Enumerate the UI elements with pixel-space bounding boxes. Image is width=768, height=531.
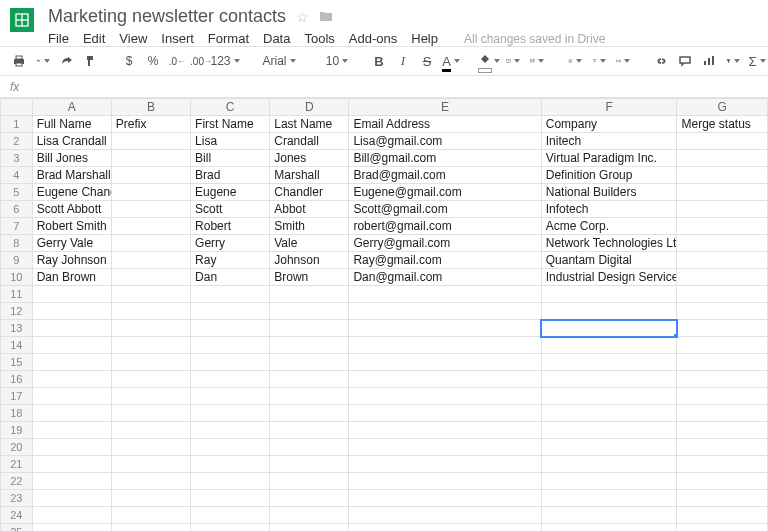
cell-D2[interactable]: Crandall — [270, 133, 349, 150]
cell-B17[interactable] — [111, 388, 190, 405]
cell-E12[interactable] — [349, 303, 541, 320]
row-header[interactable]: 17 — [1, 388, 33, 405]
cell-D10[interactable]: Brown — [270, 269, 349, 286]
text-color-button[interactable]: A — [442, 51, 460, 71]
decrease-decimal-button[interactable]: .0← — [168, 51, 186, 71]
cell-A6[interactable]: Scott Abbott — [32, 201, 111, 218]
cell-F16[interactable] — [541, 371, 677, 388]
cell-A3[interactable]: Bill Jones — [32, 150, 111, 167]
menu-view[interactable]: View — [119, 31, 147, 46]
cell-C2[interactable]: Lisa — [191, 133, 270, 150]
cell-A22[interactable] — [32, 473, 111, 490]
cell-F13[interactable] — [541, 320, 677, 337]
cell-F9[interactable]: Quantam Digital — [541, 252, 677, 269]
cell-A15[interactable] — [32, 354, 111, 371]
cell-E2[interactable]: Lisa@gmail.com — [349, 133, 541, 150]
cell-F15[interactable] — [541, 354, 677, 371]
cell-C4[interactable]: Brad — [191, 167, 270, 184]
cell-G24[interactable] — [677, 507, 768, 524]
row-header[interactable]: 13 — [1, 320, 33, 337]
redo-icon[interactable] — [58, 51, 76, 71]
cell-C20[interactable] — [191, 439, 270, 456]
row-header[interactable]: 25 — [1, 524, 33, 532]
formula-bar[interactable]: fx — [0, 76, 768, 98]
cell-C14[interactable] — [191, 337, 270, 354]
cell-B5[interactable] — [111, 184, 190, 201]
cell-C22[interactable] — [191, 473, 270, 490]
cell-B25[interactable] — [111, 524, 190, 532]
cell-B23[interactable] — [111, 490, 190, 507]
cell-D5[interactable]: Chandler — [270, 184, 349, 201]
cell-B10[interactable] — [111, 269, 190, 286]
cell-F2[interactable]: Initech — [541, 133, 677, 150]
cell-G7[interactable] — [677, 218, 768, 235]
cell-G9[interactable] — [677, 252, 768, 269]
cell-C25[interactable] — [191, 524, 270, 532]
cell-G20[interactable] — [677, 439, 768, 456]
cell-G13[interactable] — [677, 320, 768, 337]
link-icon[interactable] — [652, 51, 670, 71]
increase-decimal-button[interactable]: .00→ — [192, 51, 210, 71]
wrap-button[interactable] — [614, 51, 632, 71]
cell-A16[interactable] — [32, 371, 111, 388]
row-header[interactable]: 21 — [1, 456, 33, 473]
cell-G1[interactable]: Merge status — [677, 116, 768, 133]
cell-G23[interactable] — [677, 490, 768, 507]
currency-button[interactable]: $ — [120, 51, 138, 71]
cell-E21[interactable] — [349, 456, 541, 473]
strike-button[interactable]: S — [418, 51, 436, 71]
font-select[interactable]: Arial — [254, 51, 304, 71]
cell-C11[interactable] — [191, 286, 270, 303]
cell-C6[interactable]: Scott — [191, 201, 270, 218]
col-header-B[interactable]: B — [111, 99, 190, 116]
cell-F22[interactable] — [541, 473, 677, 490]
menu-edit[interactable]: Edit — [83, 31, 105, 46]
cell-F10[interactable]: Industrial Design Services — [541, 269, 677, 286]
cell-D16[interactable] — [270, 371, 349, 388]
cell-E22[interactable] — [349, 473, 541, 490]
cell-G8[interactable] — [677, 235, 768, 252]
cell-D25[interactable] — [270, 524, 349, 532]
cell-G14[interactable] — [677, 337, 768, 354]
cell-A4[interactable]: Brad Marshall — [32, 167, 111, 184]
cell-D1[interactable]: Last Name — [270, 116, 349, 133]
cell-A10[interactable]: Dan Brown — [32, 269, 111, 286]
cell-A12[interactable] — [32, 303, 111, 320]
cell-F12[interactable] — [541, 303, 677, 320]
cell-A5[interactable]: Eugene Chandler — [32, 184, 111, 201]
cell-C24[interactable] — [191, 507, 270, 524]
menu-addons[interactable]: Add-ons — [349, 31, 397, 46]
spreadsheet-grid[interactable]: ABCDEFG1Full NamePrefixFirst NameLast Na… — [0, 98, 768, 531]
cell-B13[interactable] — [111, 320, 190, 337]
cell-D3[interactable]: Jones — [270, 150, 349, 167]
cell-D13[interactable] — [270, 320, 349, 337]
cell-G11[interactable] — [677, 286, 768, 303]
cell-F21[interactable] — [541, 456, 677, 473]
cell-A13[interactable] — [32, 320, 111, 337]
number-format-button[interactable]: 123 — [216, 51, 234, 71]
cell-A20[interactable] — [32, 439, 111, 456]
cell-C15[interactable] — [191, 354, 270, 371]
cell-E1[interactable]: Email Address — [349, 116, 541, 133]
bold-button[interactable]: B — [370, 51, 388, 71]
cell-B6[interactable] — [111, 201, 190, 218]
col-header-E[interactable]: E — [349, 99, 541, 116]
row-header[interactable]: 16 — [1, 371, 33, 388]
cell-E8[interactable]: Gerry@gmail.com — [349, 235, 541, 252]
cell-G5[interactable] — [677, 184, 768, 201]
cell-D14[interactable] — [270, 337, 349, 354]
filter-icon[interactable] — [724, 51, 742, 71]
cell-G19[interactable] — [677, 422, 768, 439]
cell-D11[interactable] — [270, 286, 349, 303]
cell-E4[interactable]: Brad@gmail.com — [349, 167, 541, 184]
cell-B4[interactable] — [111, 167, 190, 184]
cell-G10[interactable] — [677, 269, 768, 286]
functions-icon[interactable]: Σ — [748, 51, 766, 71]
cell-E19[interactable] — [349, 422, 541, 439]
cell-F17[interactable] — [541, 388, 677, 405]
row-header[interactable]: 19 — [1, 422, 33, 439]
cell-F19[interactable] — [541, 422, 677, 439]
cell-D19[interactable] — [270, 422, 349, 439]
cell-B21[interactable] — [111, 456, 190, 473]
cell-F7[interactable]: Acme Corp. — [541, 218, 677, 235]
